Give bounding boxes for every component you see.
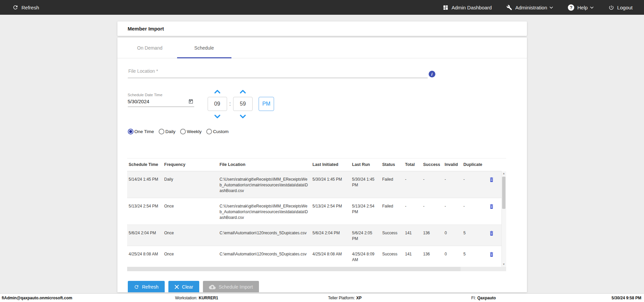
table-horizontal-scrollbar[interactable] [127, 267, 506, 271]
teller-platform-value: XP [356, 296, 362, 300]
cell-last-run: 5/13/24 2:54 PM [351, 198, 381, 225]
chevron-down-icon [549, 6, 553, 9]
chevron-down-icon [214, 114, 221, 119]
cell-file-location: C:\Users\ratnak\git\eReceipts\IMM_ERecei… [218, 198, 311, 225]
radio-button-icon [206, 129, 212, 134]
dashboard-icon [443, 5, 448, 10]
main-content: Member Import On Demand Schedule i [0, 15, 644, 293]
hour-decrement-button[interactable] [214, 113, 221, 119]
radio-custom[interactable]: Custom [206, 129, 229, 134]
trash-icon [489, 177, 494, 182]
minute-increment-button[interactable] [239, 88, 246, 95]
footer-datetime: 5/30/24 9:58 PM [611, 296, 641, 300]
cell-last-initiated: 5/13/24 2:54 PM [311, 198, 351, 225]
topbar: Refresh Admin Dashboard Administration ?… [0, 0, 644, 15]
time-separator: : [229, 101, 231, 107]
schedule-table: Schedule Time Frequency File Location La… [127, 158, 506, 271]
cell-last-initiated: 4/25/24 8:08 AM [311, 246, 351, 267]
trash-icon [489, 203, 494, 209]
cell-total: - [404, 198, 422, 225]
footer-fi: FI:Qaxpauto [471, 296, 496, 300]
table-header-row: Schedule Time Frequency File Location La… [127, 159, 501, 171]
cell-schedule-time: 5/6/24 2:04 PM [127, 225, 163, 246]
cell-file-location: C:\email\Automation\120records_5Dupicate… [218, 246, 311, 267]
vertical-scrollbar-thumb[interactable] [502, 177, 505, 209]
calendar-icon[interactable] [188, 99, 194, 104]
schedule-import-button-label: Schedule Import [219, 284, 253, 290]
schedule-date-label: Schedule Date Time [128, 93, 194, 97]
fi-value: Qaxpauto [477, 296, 496, 300]
cell-total: - [404, 171, 422, 198]
fi-label: FI: [471, 296, 476, 300]
cell-last-run: 4/25/24 8:09 AM [351, 246, 381, 267]
topbar-admin-dashboard-link[interactable]: Admin Dashboard [443, 5, 492, 10]
cell-schedule-time: 5/14/24 1:45 PM [127, 171, 163, 198]
schedule-import-button[interactable]: Schedule Import [203, 281, 259, 293]
wrench-icon [506, 5, 512, 10]
chevron-down-icon [590, 6, 594, 9]
radio-one-time[interactable]: One Time [128, 129, 154, 134]
cell-last-run: 5/30/24 1:45 PM [351, 171, 381, 198]
tab-schedule[interactable]: Schedule [177, 38, 231, 58]
minute-display[interactable]: 59 [233, 97, 253, 111]
page-title: Member Import [128, 26, 164, 32]
col-header-file-location: File Location [218, 159, 311, 171]
workstation-label: Workstation: [175, 296, 197, 300]
cell-file-location: C:\Users\ratnak\git\eReceipts\IMM_ERecei… [218, 171, 311, 198]
meridiem-toggle-button[interactable]: PM [259, 97, 274, 111]
clear-button[interactable]: Clear [168, 281, 199, 293]
workstation-value: KURRER1 [199, 296, 218, 300]
radio-weekly[interactable]: Weekly [180, 129, 202, 134]
table-row: 5/6/24 2:04 PM Once C:\email\Automation\… [127, 225, 501, 246]
schedule-datetime-section: Schedule Date Time 5/30/2024 09 [128, 88, 527, 119]
delete-row-button[interactable] [487, 230, 494, 237]
chevron-up-icon [239, 89, 246, 94]
topbar-administration-menu[interactable]: Administration [506, 5, 553, 10]
col-header-total: Total [404, 159, 422, 171]
col-header-success: Success [422, 159, 443, 171]
radio-custom-label: Custom [213, 129, 229, 134]
footer-user: fiAdmin@qaxpauto.onmicrosoft.com [2, 296, 72, 300]
date-input[interactable]: 5/30/2024 [128, 98, 194, 107]
radio-daily[interactable]: Daily [159, 129, 175, 134]
cell-invalid: 0 [443, 225, 462, 246]
help-icon: ? [568, 4, 574, 11]
horizontal-scrollbar-thumb[interactable] [127, 267, 461, 271]
scroll-up-arrow-icon[interactable]: ▲ [502, 171, 505, 176]
topbar-refresh-button[interactable]: Refresh [12, 4, 39, 10]
topbar-help-menu[interactable]: ? Help [568, 4, 594, 11]
cell-frequency: Once [163, 198, 218, 225]
frequency-radio-group: One Time Daily Weekly Custom [128, 129, 527, 134]
date-value: 5/30/2024 [128, 99, 150, 104]
cell-last-initiated: 5/6/24 2:04 PM [311, 225, 351, 246]
topbar-logout-button[interactable]: Logout [608, 5, 633, 10]
radio-daily-label: Daily [165, 129, 175, 134]
action-buttons: Refresh Clear Schedule Import [128, 281, 527, 293]
cell-success: 136 [422, 225, 443, 246]
minute-decrement-button[interactable] [239, 113, 246, 119]
member-import-panel: On Demand Schedule i Schedule Date Time … [117, 38, 527, 292]
tab-on-demand[interactable]: On Demand [123, 38, 177, 58]
table-row: 5/13/24 2:54 PM Once C:\Users\ratnak\git… [127, 198, 501, 225]
col-header-actions [485, 159, 501, 171]
footer-workstation: Workstation:KURRER1 [175, 296, 218, 300]
table-vertical-scrollbar[interactable]: ▲ ▼ [501, 171, 506, 267]
info-icon[interactable]: i [429, 71, 435, 77]
refresh-button[interactable]: Refresh [128, 281, 165, 293]
cell-duplicate: - [462, 198, 485, 225]
footer-teller-platform: Teller Platform:XP [328, 296, 362, 300]
delete-row-button[interactable] [487, 251, 494, 258]
scroll-down-arrow-icon[interactable]: ▼ [502, 262, 505, 267]
hour-display[interactable]: 09 [208, 97, 227, 111]
table-row: 4/25/24 8:08 AM Once C:\email\Automation… [127, 246, 501, 267]
cell-total: 141 [404, 225, 422, 246]
hour-increment-button[interactable] [214, 88, 221, 95]
col-header-schedule-time: Schedule Time [127, 159, 163, 171]
file-location-input[interactable] [128, 67, 428, 78]
delete-row-button[interactable] [487, 177, 494, 183]
delete-row-button[interactable] [487, 203, 494, 210]
status-bar: fiAdmin@qaxpauto.onmicrosoft.com Worksta… [0, 293, 644, 302]
refresh-button-label: Refresh [142, 284, 159, 290]
file-location-row: i [128, 67, 428, 78]
cell-frequency: Once [163, 246, 218, 267]
